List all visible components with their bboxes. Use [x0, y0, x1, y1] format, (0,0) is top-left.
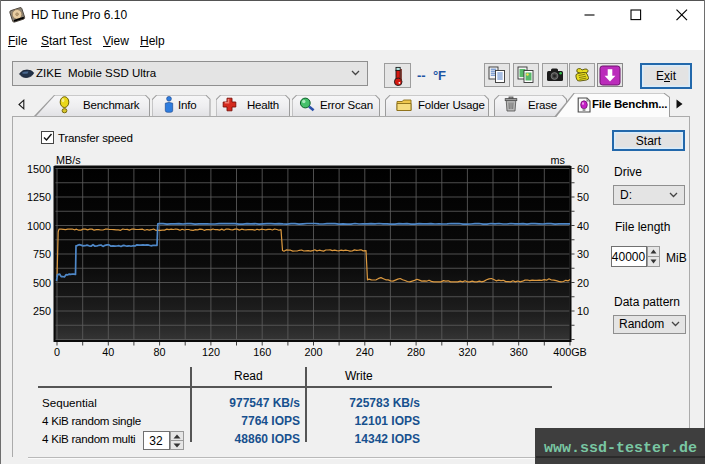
- svg-text:120: 120: [202, 346, 220, 358]
- svg-text:20: 20: [577, 277, 589, 289]
- svg-text:250: 250: [33, 305, 51, 317]
- svg-text:MB/s: MB/s: [56, 154, 81, 166]
- svg-text:1250: 1250: [27, 191, 51, 203]
- svg-text:280: 280: [407, 346, 425, 358]
- svg-text:40: 40: [577, 220, 589, 232]
- svg-text:10: 10: [577, 305, 589, 317]
- svg-text:60: 60: [577, 163, 589, 175]
- svg-text:320: 320: [458, 346, 476, 358]
- svg-text:750: 750: [33, 248, 51, 260]
- svg-text:400GB: 400GB: [553, 346, 587, 358]
- svg-text:360: 360: [510, 346, 528, 358]
- svg-text:500: 500: [33, 277, 51, 289]
- svg-text:40: 40: [102, 346, 114, 358]
- svg-text:80: 80: [154, 346, 166, 358]
- svg-text:ms: ms: [551, 154, 566, 166]
- svg-text:30: 30: [577, 248, 589, 260]
- svg-text:1500: 1500: [27, 163, 51, 175]
- svg-text:160: 160: [253, 346, 271, 358]
- svg-text:50: 50: [577, 191, 589, 203]
- svg-text:200: 200: [304, 346, 322, 358]
- svg-text:0: 0: [54, 346, 60, 358]
- svg-text:240: 240: [356, 346, 374, 358]
- svg-text:1000: 1000: [27, 220, 51, 232]
